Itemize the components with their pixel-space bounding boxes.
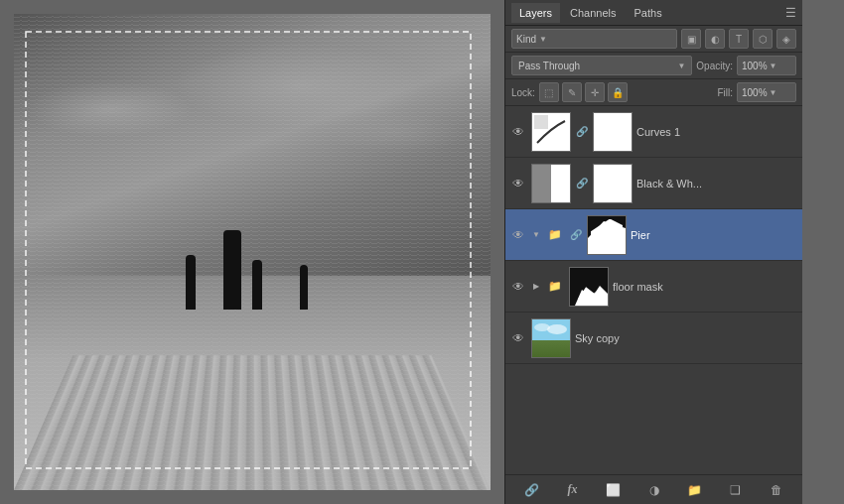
layer-mask-curves1 [593,112,633,152]
canvas-image [14,14,491,490]
lock-paint-btn[interactable]: ✎ [562,82,582,102]
fill-value: 100% [742,87,768,98]
layers-panel: Layers Channels Paths ☰ Kind ▼ ▣ ◐ T ⬡ ◈… [504,0,802,504]
layer-name-blackwhite: Black & Wh... [636,178,798,189]
opacity-row: Opacity: 100% ▼ [696,56,796,75]
lock-pixels-btn[interactable]: ⬚ [539,82,559,102]
layer-item-floormask[interactable]: 👁 ▶ 📁 floor mask [505,261,802,313]
layer-name-curves1: Curves 1 [636,126,798,138]
layer-name-floormask: floor mask [613,281,798,293]
canvas-area [14,14,491,490]
opacity-value: 100% [742,61,768,71]
svg-rect-9 [570,268,608,306]
visibility-icon-pier[interactable]: 👁 [509,226,527,244]
svg-rect-5 [532,165,551,202]
fill-label: Fill: [717,87,733,98]
layer-thumb-floormask [569,267,609,307]
delete-layer-btn[interactable]: 🗑 [765,479,788,501]
bw-thumb-svg [532,165,570,202]
panel-tabs: Layers Channels Paths ☰ [505,0,802,26]
layer-thumb-skycopy [531,318,571,358]
fx-btn[interactable]: fx [561,479,585,501]
folder-icon-floormask: 📁 [545,277,565,297]
adjustment-btn[interactable]: ◑ [642,479,666,501]
lock-artboard-btn[interactable]: 🔒 [608,82,628,102]
filter-shape-btn[interactable]: ⬡ [753,29,773,49]
filter-adjust-btn[interactable]: ◐ [705,29,725,49]
folder-icon-pier: 📁 [545,225,565,245]
floormask-thumb-svg [570,268,608,306]
figure-right [300,265,308,310]
visibility-icon-curves1[interactable]: 👁 [509,123,527,141]
svg-rect-2 [534,115,548,129]
group-expand-icon-floormask[interactable]: ▶ [531,282,541,292]
opacity-dropdown[interactable]: 100% ▼ [737,56,796,75]
chain-icon-blackwhite[interactable]: 🔗 [575,177,589,190]
svg-point-13 [547,324,567,334]
kind-toolbar: Kind ▼ ▣ ◐ T ⬡ ◈ [505,26,802,53]
blend-opacity-row: Pass Through ▼ Opacity: 100% ▼ [505,53,802,79]
new-group-btn[interactable]: 📁 [683,479,707,501]
curves-thumb-svg [532,113,570,151]
layer-thumb-curves1 [531,112,571,152]
rain-effect [14,14,491,490]
figure-child [252,260,262,310]
group-expand-icon-pier[interactable]: ▼ [531,230,541,240]
filter-text-btn[interactable]: T [729,29,749,49]
filter-pixel-btn[interactable]: ▣ [681,29,701,49]
panel-menu-icon[interactable]: ☰ [785,6,796,20]
svg-rect-3 [594,113,632,151]
tab-channels[interactable]: Channels [562,3,624,23]
lock-fill-row: Lock: ⬚ ✎ ✛ 🔒 Fill: 100% ▼ [505,79,802,106]
layer-item-curves1[interactable]: 👁 🔗 Curves 1 [505,106,802,158]
opacity-label: Opacity: [696,61,733,71]
visibility-icon-blackwhite[interactable]: 👁 [509,175,527,192]
bw-mask-svg [594,165,632,202]
kind-chevron-icon: ▼ [539,35,547,44]
fill-chevron-icon: ▼ [770,88,777,97]
layer-item-blackwhite[interactable]: 👁 🔗 Black & Wh... [505,158,802,209]
layer-name-pier: Pier [631,229,798,241]
fill-row: Fill: 100% ▼ [717,82,796,102]
opacity-chevron-icon: ▼ [770,62,777,70]
lock-icons-group: ⬚ ✎ ✛ 🔒 [539,82,714,102]
blend-chevron-icon: ▼ [677,62,685,70]
layer-thumb-blackwhite [531,164,571,203]
kind-dropdown[interactable]: Kind ▼ [511,29,677,49]
tab-paths[interactable]: Paths [627,3,670,23]
new-layer-btn[interactable]: ❑ [724,479,748,501]
fill-dropdown[interactable]: 100% ▼ [737,82,796,102]
layer-list: 👁 🔗 Curves 1 👁 [505,106,802,474]
cursor-overlay: ↖ [611,233,624,252]
visibility-icon-floormask[interactable]: 👁 [509,278,527,296]
lock-label: Lock: [511,87,535,98]
link-layers-btn[interactable]: 🔗 [520,479,544,501]
layer-thumb-pier: ↖ [587,215,627,255]
add-mask-btn[interactable]: ⬜ [602,479,626,501]
visibility-icon-skycopy[interactable]: 👁 [509,329,527,347]
figure-left [186,255,196,310]
filter-smart-btn[interactable]: ◈ [776,29,796,49]
layer-item-pier[interactable]: 👁 ▼ 📁 🔗 ↖ Pier [505,209,802,261]
svg-rect-6 [594,165,632,202]
chain-icon-curves1[interactable]: 🔗 [575,125,589,139]
curves-mask-svg [594,113,632,151]
tab-layers[interactable]: Layers [511,3,560,23]
kind-label: Kind [516,34,536,45]
blend-mode-dropdown[interactable]: Pass Through ▼ [511,56,692,75]
lock-position-btn[interactable]: ✛ [585,82,605,102]
skycopy-thumb-svg [532,319,570,357]
layer-name-skycopy: Sky copy [575,332,798,344]
layer-mask-blackwhite [593,164,633,203]
blend-mode-label: Pass Through [518,61,580,71]
figure-main [223,230,241,310]
layer-item-skycopy[interactable]: 👁 Sky copy [505,313,802,364]
layers-bottom-toolbar: 🔗 fx ⬜ ◑ 📁 ❑ 🗑 [505,474,802,504]
chain-icon-pier[interactable]: 🔗 [569,228,583,242]
